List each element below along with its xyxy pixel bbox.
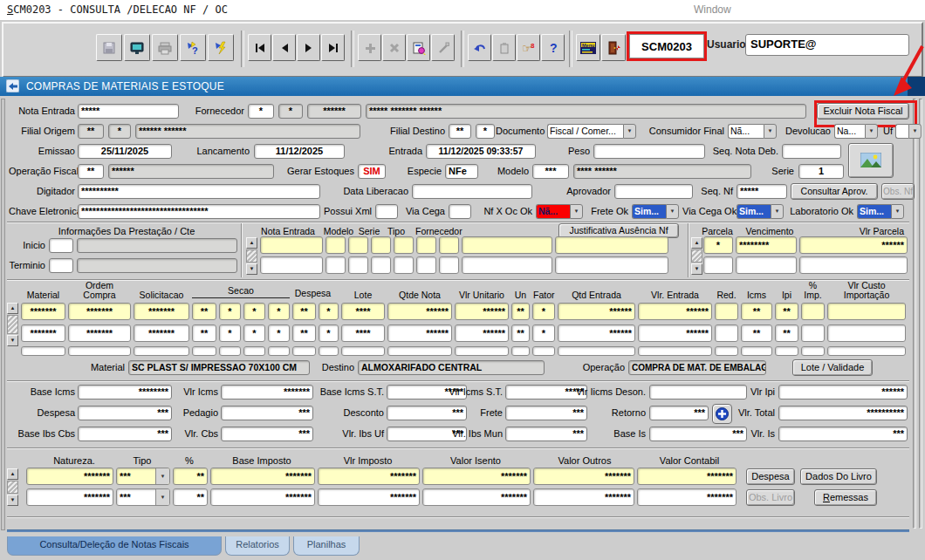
grid-cell[interactable] bbox=[325, 236, 346, 254]
item-cell[interactable]: ** bbox=[192, 324, 216, 342]
item-cell[interactable]: ****** bbox=[558, 303, 635, 320]
via-cega-ok-select[interactable]: Sim... ▼ bbox=[737, 204, 784, 219]
peso-field[interactable] bbox=[593, 144, 705, 159]
lancamento-field[interactable]: 11/12/2025 bbox=[254, 144, 345, 159]
nav-last-button[interactable] bbox=[321, 34, 345, 61]
menu-window[interactable]: Window bbox=[694, 3, 731, 16]
scroll-up-icon[interactable]: ▲ bbox=[7, 468, 18, 480]
terminio-time-field[interactable] bbox=[49, 258, 73, 273]
gerar-estoques-field[interactable]: SIM bbox=[358, 164, 386, 179]
scroll-up-icon[interactable]: ▲ bbox=[691, 237, 702, 249]
grid-cell[interactable] bbox=[394, 236, 414, 254]
item-cell[interactable] bbox=[219, 346, 241, 356]
item-cell[interactable]: ** bbox=[192, 303, 216, 320]
enter-query-button[interactable]: ? bbox=[180, 34, 206, 61]
grid-cell[interactable] bbox=[394, 256, 414, 274]
grid-cell[interactable] bbox=[462, 256, 552, 274]
item-cell[interactable]: ** bbox=[775, 303, 798, 320]
cte-grid-row[interactable] bbox=[260, 256, 668, 274]
item-cell[interactable] bbox=[341, 346, 385, 356]
grid-cell[interactable] bbox=[416, 256, 436, 274]
grid-cell[interactable] bbox=[371, 236, 391, 254]
item-cell[interactable]: ******* bbox=[134, 303, 189, 320]
nav-prev-button[interactable] bbox=[272, 34, 296, 61]
item-cell[interactable]: * bbox=[219, 324, 241, 342]
scroll-up-icon[interactable]: ▲ bbox=[7, 303, 18, 314]
valor-isento-cell[interactable]: ******* bbox=[422, 468, 531, 485]
percent-cell[interactable]: ** bbox=[173, 488, 208, 506]
valor-outros-cell[interactable]: ******* bbox=[533, 468, 634, 485]
item-cell[interactable]: ****** bbox=[638, 303, 712, 320]
grid-cell[interactable] bbox=[348, 256, 368, 274]
item-cell[interactable] bbox=[827, 324, 906, 342]
item-cell[interactable]: ****** bbox=[387, 324, 452, 342]
uf-select[interactable]: ▼ bbox=[895, 124, 922, 139]
chave-eletronica-field[interactable]: ********************************** bbox=[78, 204, 320, 219]
item-cell[interactable]: * bbox=[532, 324, 555, 342]
devolucao-select[interactable]: Na... ▼ bbox=[834, 124, 878, 139]
scroll-up-icon[interactable]: ▲ bbox=[246, 237, 257, 249]
item-cell[interactable] bbox=[715, 303, 738, 320]
chevron-down-icon[interactable]: ▼ bbox=[771, 204, 784, 219]
program-code-field[interactable]: SCM0203 bbox=[627, 31, 707, 61]
grid-cell[interactable] bbox=[348, 236, 368, 254]
item-cell[interactable] bbox=[68, 346, 131, 356]
base-imposto-cell[interactable]: ******* bbox=[210, 468, 315, 485]
seq-nota-deb-field[interactable] bbox=[782, 144, 841, 159]
via-cega-field[interactable] bbox=[449, 204, 471, 219]
item-cell[interactable] bbox=[387, 346, 452, 356]
especie-field[interactable]: NFe bbox=[445, 164, 478, 179]
grid-cell[interactable] bbox=[260, 236, 323, 254]
chevron-down-icon[interactable]: ▼ bbox=[666, 204, 679, 219]
vlr-total-field[interactable]: ********** bbox=[778, 406, 908, 420]
excluir-nota-fiscal-button[interactable]: Excluir Nota Fiscal bbox=[817, 103, 909, 120]
item-cell[interactable]: ** bbox=[741, 324, 772, 342]
vlr-imposto-cell[interactable]: ******* bbox=[318, 468, 420, 485]
screen-button[interactable] bbox=[124, 34, 150, 61]
item-cell[interactable]: ******* bbox=[68, 303, 131, 320]
documento-select[interactable]: Fiscal / Comer... ▼ bbox=[547, 124, 636, 139]
items-row[interactable]: ******* ******* ******* ** * * * ** * **… bbox=[21, 303, 906, 320]
item-cell[interactable] bbox=[801, 303, 825, 320]
item-cell[interactable]: * bbox=[532, 303, 555, 320]
vlr-is-field[interactable]: *** bbox=[778, 427, 908, 441]
despesa-field[interactable]: *** bbox=[78, 406, 172, 420]
nf-x-oc-ok-select[interactable]: Nã... ▼ bbox=[536, 204, 583, 219]
percent-cell[interactable]: ** bbox=[173, 468, 208, 485]
item-cell[interactable]: * bbox=[243, 324, 265, 342]
chevron-down-icon[interactable]: ▼ bbox=[908, 124, 922, 139]
item-cell[interactable]: * bbox=[319, 303, 339, 320]
nota-entrada-field[interactable]: ***** bbox=[78, 104, 179, 119]
data-liberacao-field[interactable] bbox=[412, 184, 532, 199]
item-cell[interactable] bbox=[741, 346, 772, 356]
natureza-cell[interactable]: ******* bbox=[26, 488, 113, 506]
item-cell[interactable]: ****** bbox=[387, 303, 452, 320]
image-button[interactable] bbox=[848, 143, 894, 178]
item-cell[interactable] bbox=[558, 346, 635, 356]
cte-grid-row[interactable] bbox=[260, 236, 668, 254]
item-cell[interactable]: ****** bbox=[558, 324, 635, 342]
tab-consulta-delecao[interactable]: Consulta/Deleção de Notas Fiscais bbox=[7, 536, 222, 556]
operacao-fiscal-code-field[interactable]: ** bbox=[78, 164, 104, 179]
valor-outros-cell[interactable]: ******* bbox=[533, 488, 634, 506]
retorno-field[interactable]: *** bbox=[649, 406, 709, 420]
item-cell[interactable]: * bbox=[319, 324, 339, 342]
item-cell[interactable]: ** bbox=[292, 303, 316, 320]
items-row[interactable]: ******* ******* ******* ** * * * ** * **… bbox=[21, 324, 906, 342]
grid-cell[interactable] bbox=[462, 236, 552, 254]
item-cell[interactable]: **** bbox=[341, 324, 385, 342]
modelo-code-field[interactable]: *** bbox=[532, 164, 569, 179]
seq-nf-field[interactable]: ***** bbox=[737, 184, 787, 199]
item-cell[interactable] bbox=[511, 346, 530, 356]
item-cell[interactable]: **** bbox=[341, 303, 385, 320]
item-cell[interactable] bbox=[715, 346, 738, 356]
aprovador-field[interactable] bbox=[614, 184, 693, 199]
dados-do-livro-button[interactable]: Dados Do Livro bbox=[800, 468, 877, 485]
scroll-grip[interactable] bbox=[7, 481, 18, 494]
display-error-button[interactable]: ☞8 bbox=[517, 34, 540, 61]
item-cell[interactable]: ** bbox=[511, 303, 530, 320]
item-cell[interactable]: ******* bbox=[21, 324, 65, 342]
vlr-parcela-cell[interactable]: ****** bbox=[799, 236, 908, 254]
grid-cell[interactable] bbox=[439, 256, 459, 274]
item-cell[interactable]: ******* bbox=[134, 324, 189, 342]
